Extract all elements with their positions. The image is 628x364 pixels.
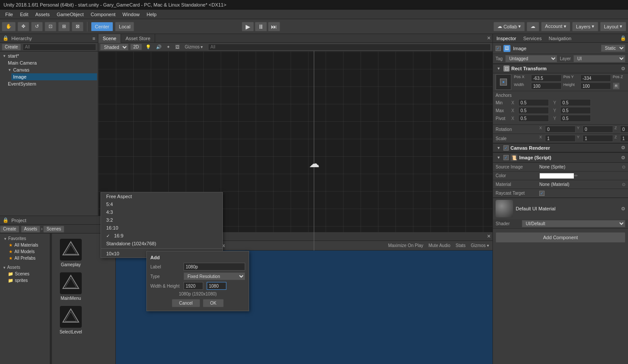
menu-assets[interactable]: Assets bbox=[32, 11, 53, 18]
fx-btn[interactable]: ✦ bbox=[165, 44, 172, 50]
dialog-type-dropdown[interactable]: Fixed Resolution bbox=[184, 272, 245, 280]
services-tab[interactable]: Services bbox=[520, 35, 545, 42]
cloud-btn[interactable]: ☁ bbox=[527, 22, 539, 31]
assets-header[interactable]: ▼ Assets bbox=[1, 264, 49, 271]
resolution-standalone[interactable]: Standalone (1024x768) bbox=[101, 240, 222, 247]
play-btn[interactable]: ▶ bbox=[242, 22, 254, 31]
menu-file[interactable]: File bbox=[2, 11, 17, 18]
scale-z-input[interactable] bbox=[620, 135, 628, 142]
inspector-tab[interactable]: Inspector bbox=[493, 35, 520, 42]
image-btn[interactable]: 🖼 bbox=[173, 44, 181, 50]
hierarchy-item-start[interactable]: ▼ start* bbox=[1, 52, 97, 59]
r-btn[interactable]: R bbox=[613, 82, 620, 89]
hierarchy-item-canvas[interactable]: ▼ Canvas bbox=[6, 66, 97, 73]
min-y-input[interactable] bbox=[560, 99, 591, 106]
light-btn[interactable]: 💡 bbox=[144, 44, 153, 50]
local-btn[interactable]: Local bbox=[115, 22, 134, 31]
pause-btn[interactable]: ⏸ bbox=[255, 22, 267, 31]
layer-dropdown[interactable]: UI bbox=[573, 55, 625, 62]
asset-thumb-mainmenu[interactable]: MainMenu bbox=[56, 271, 86, 302]
source-image-pick-btn[interactable]: ⊙ bbox=[622, 165, 625, 169]
canvas-renderer-collapse-btn[interactable]: ▼ bbox=[496, 146, 502, 150]
image-script-header[interactable]: ▼ 📜 Image (Script) ⚙ bbox=[493, 152, 628, 163]
image-script-menu-btn[interactable]: ⚙ bbox=[621, 155, 625, 161]
fav-all-prefabs[interactable]: ★ All Prefabs bbox=[2, 255, 48, 261]
favorites-header[interactable]: ▼ Favorites bbox=[2, 235, 48, 242]
canvas-renderer-header[interactable]: ▼ Canvas Renderer ⚙ bbox=[493, 143, 628, 152]
pos-x-input[interactable] bbox=[531, 75, 562, 82]
asset-thumb-gameplay[interactable]: Gameplay bbox=[56, 237, 86, 269]
menu-window[interactable]: Window bbox=[119, 11, 143, 18]
resolution-16-9[interactable]: 16:9 bbox=[101, 232, 222, 240]
dialog-width-input[interactable] bbox=[184, 282, 203, 290]
shader-dropdown[interactable]: UI/Default bbox=[522, 220, 625, 227]
hierarchy-item-eventsystem[interactable]: EventSystem bbox=[6, 80, 97, 87]
rot-z-input[interactable] bbox=[620, 126, 628, 133]
rotate-tool-btn[interactable]: ↺ bbox=[31, 22, 43, 31]
project-create-btn[interactable]: Create bbox=[0, 226, 19, 233]
menu-gameobject[interactable]: GameObject bbox=[53, 11, 87, 18]
pivot-y-input[interactable] bbox=[560, 115, 591, 122]
add-component-btn[interactable]: Add Component bbox=[496, 232, 625, 243]
resolution-16-10[interactable]: 16:10 bbox=[101, 224, 222, 232]
account-btn[interactable]: Account ▾ bbox=[541, 22, 570, 31]
color-swatch[interactable] bbox=[539, 173, 574, 179]
asset-sprites-item[interactable]: 📁 sprites bbox=[1, 277, 49, 284]
dialog-height-input[interactable] bbox=[207, 282, 226, 290]
image-script-collapse-btn[interactable]: ▼ bbox=[496, 155, 502, 160]
gizmos-scene-btn[interactable]: Gizmos ▾ bbox=[183, 44, 205, 50]
2d-btn[interactable]: 2D bbox=[130, 44, 142, 50]
layers-btn[interactable]: Layers ▾ bbox=[572, 22, 598, 31]
menu-help[interactable]: Help bbox=[143, 11, 160, 18]
hierarchy-search[interactable] bbox=[23, 44, 96, 51]
image-script-enabled[interactable] bbox=[503, 155, 509, 160]
color-pick-btn[interactable]: ✏ bbox=[574, 173, 578, 178]
hierarchy-create-btn[interactable]: Create bbox=[2, 44, 21, 51]
material-pick-btn[interactable]: ⊙ bbox=[622, 182, 625, 187]
mute-audio-btn[interactable]: Mute Audio bbox=[427, 243, 452, 248]
scale-y-input[interactable] bbox=[583, 135, 613, 142]
maximize-on-play-btn[interactable]: Maximize On Play bbox=[386, 243, 425, 248]
audio-btn[interactable]: 🔊 bbox=[154, 44, 163, 50]
static-dropdown[interactable]: Static bbox=[601, 45, 625, 52]
dialog-cancel-btn[interactable]: Cancel bbox=[172, 299, 200, 307]
asset-store-tab[interactable]: Asset Store bbox=[121, 34, 155, 43]
rect-tool-btn[interactable]: ⊞ bbox=[58, 22, 70, 31]
gizmos-game-btn[interactable]: Gizmos ▾ bbox=[469, 243, 491, 248]
step-btn[interactable]: ⏭ bbox=[268, 22, 280, 31]
hierarchy-menu-icon[interactable]: ≡ bbox=[93, 36, 95, 41]
scene-close-icon[interactable]: ✕ bbox=[487, 35, 491, 41]
menu-edit[interactable]: Edit bbox=[17, 11, 32, 18]
inspector-lock-icon[interactable]: 🔒 bbox=[620, 35, 626, 41]
dialog-label-input[interactable] bbox=[184, 263, 245, 271]
canvas-renderer-menu-btn[interactable]: ⚙ bbox=[621, 145, 625, 151]
height-input[interactable] bbox=[580, 82, 611, 89]
rot-x-input[interactable] bbox=[545, 126, 576, 133]
move-tool-btn[interactable]: ✥ bbox=[17, 22, 29, 31]
layout-btn[interactable]: Layout ▾ bbox=[600, 22, 626, 31]
tag-dropdown[interactable]: Untagged bbox=[505, 55, 557, 62]
asset-thumb-selectlevel[interactable]: SelectLevel bbox=[56, 304, 86, 336]
resolution-4-3[interactable]: 4:3 bbox=[101, 208, 222, 216]
collab-btn[interactable]: ☁ Collab ▾ bbox=[493, 22, 525, 31]
scale-x-input[interactable] bbox=[545, 135, 576, 142]
width-input[interactable] bbox=[531, 82, 562, 89]
resolution-free-aspect[interactable]: Free Aspect bbox=[101, 192, 222, 200]
stats-btn[interactable]: Stats bbox=[454, 243, 468, 248]
rect-transform-collapse-btn[interactable]: ▼ bbox=[496, 66, 502, 71]
resolution-5-4[interactable]: 5:4 bbox=[101, 200, 222, 208]
project-assets-btn[interactable]: Assets bbox=[21, 226, 40, 233]
raycast-target-checkbox[interactable] bbox=[539, 191, 545, 196]
hierarchy-item-image[interactable]: Image bbox=[11, 73, 97, 80]
transform-tool-btn[interactable]: ⊠ bbox=[72, 22, 83, 31]
anchor-preset-visual[interactable] bbox=[496, 74, 511, 90]
rot-y-input[interactable] bbox=[583, 126, 613, 133]
game-close-icon[interactable]: ✕ bbox=[487, 234, 491, 239]
navigation-tab[interactable]: Navigation bbox=[545, 35, 575, 42]
scene-tab[interactable]: Scene bbox=[98, 34, 121, 43]
hierarchy-item-maincamera[interactable]: Main Camera bbox=[6, 59, 97, 66]
default-material-menu-btn[interactable]: ⚙ bbox=[621, 206, 625, 212]
rect-transform-menu-btn[interactable]: ⚙ bbox=[621, 66, 625, 72]
menu-component[interactable]: Component bbox=[87, 11, 119, 18]
resolution-3-2[interactable]: 3:2 bbox=[101, 216, 222, 224]
